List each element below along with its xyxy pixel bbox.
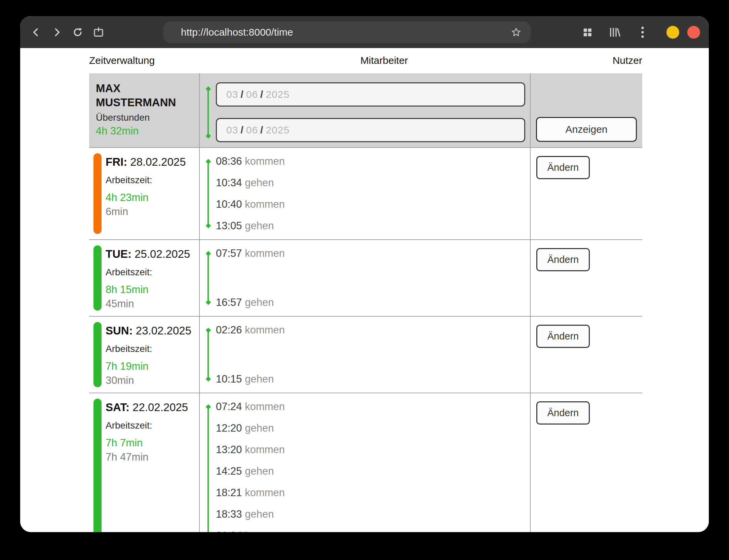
day-date: 23.02.2025 — [136, 324, 191, 337]
time-value: 16:57 — [216, 296, 242, 308]
aendern-button[interactable]: Ändern — [536, 248, 590, 271]
time-value: 21:34 — [216, 530, 242, 532]
aendern-button[interactable]: Ändern — [536, 401, 590, 425]
new-tab-icon[interactable] — [93, 27, 104, 38]
times-list: 02:26 kommen 10:15 gehen — [216, 323, 530, 386]
day-weekday: TUE: — [106, 248, 131, 260]
pause-time-value: 30min — [106, 374, 191, 387]
day-status-bar — [93, 322, 102, 387]
time-type: gehen — [245, 373, 274, 385]
times-cell: 08:36 kommen 10:34 gehen 10:40 kommen 13… — [199, 148, 530, 239]
time-entry: 13:05 gehen — [216, 219, 530, 233]
time-value: 18:21 — [216, 487, 242, 498]
date-separator: / — [240, 124, 243, 136]
time-value: 10:40 — [216, 198, 242, 210]
time-type: kommen — [245, 198, 285, 210]
nav-item-nutzer[interactable]: Nutzer — [458, 55, 642, 66]
browser-window: http://localhost:8000/time — [20, 16, 709, 532]
reload-icon[interactable] — [72, 27, 83, 38]
filter-band: MAX MUSTERMANN Überstunden 4h 32min 03/0… — [89, 73, 642, 147]
work-label: Arbeitszeit: — [106, 266, 190, 279]
employee-summary: MAX MUSTERMANN Überstunden 4h 32min — [89, 73, 199, 147]
date-from-day: 03 — [226, 89, 238, 100]
work-time-value: 7h 7min — [106, 436, 188, 450]
day-info: SUN: 23.02.2025 Arbeitszeit: 7h 19min 30… — [106, 322, 191, 387]
time-entry: 12:20 gehen — [216, 422, 530, 435]
aendern-button[interactable]: Ändern — [536, 325, 590, 348]
time-type: kommen — [245, 324, 285, 336]
work-time-value: 4h 23min — [106, 190, 186, 205]
time-entry: 07:57 kommen — [216, 247, 530, 260]
day-title: FRI: 28.02.2025 — [106, 155, 186, 169]
pause-time-value: 6min — [106, 205, 186, 218]
time-entry: 14:25 gehen — [216, 465, 530, 478]
day-weekday: SUN: — [106, 324, 133, 337]
page: Zeitverwaltung Mitarbeiter Nutzer MAX MU… — [20, 48, 709, 532]
forward-icon[interactable] — [51, 27, 63, 38]
day-status-bar — [93, 399, 102, 532]
times-timeline — [207, 407, 209, 532]
times-list: 08:36 kommen 10:34 gehen 10:40 kommen 13… — [216, 155, 530, 233]
overtime-value: 4h 32min — [96, 124, 194, 138]
day-info: SAT: 22.02.2025 Arbeitszeit: 7h 7min 7h … — [106, 399, 188, 532]
overtime-label: Überstunden — [96, 111, 194, 124]
date-to-day: 03 — [226, 124, 238, 136]
day-row: FRI: 28.02.2025 Arbeitszeit: 4h 23min 6m… — [89, 147, 642, 239]
back-icon[interactable] — [30, 27, 42, 38]
library-icon[interactable] — [609, 27, 621, 38]
url-text: http://localhost:8000/time — [181, 27, 510, 38]
time-entry: 07:24 kommen — [216, 400, 530, 413]
day-weekday: FRI: — [106, 156, 127, 168]
day-title: TUE: 25.02.2025 — [106, 247, 190, 261]
time-type: gehen — [245, 220, 274, 232]
date-from-year: 2025 — [266, 89, 290, 100]
day-row: SUN: 23.02.2025 Arbeitszeit: 7h 19min 30… — [89, 316, 642, 393]
day-date: 25.02.2025 — [135, 248, 190, 260]
time-type: gehen — [245, 177, 274, 189]
day-date: 22.02.2025 — [132, 401, 188, 413]
window-minimize-button[interactable] — [666, 26, 679, 39]
nav-item-mitarbeiter[interactable]: Mitarbeiter — [292, 55, 476, 66]
time-value: 07:57 — [216, 247, 242, 259]
time-entry: 16:57 gehen — [216, 296, 530, 309]
times-timeline — [207, 253, 209, 303]
times-cell: 02:26 kommen 10:15 gehen — [199, 317, 530, 393]
date-separator: / — [260, 89, 263, 100]
time-value: 08:36 — [216, 155, 242, 167]
action-cell: Ändern — [530, 148, 642, 239]
nav-item-zeitverwaltung[interactable]: Zeitverwaltung — [89, 55, 273, 66]
day-info: FRI: 28.02.2025 Arbeitszeit: 4h 23min 6m… — [106, 153, 186, 234]
date-range-timeline — [207, 89, 209, 136]
time-value: 18:33 — [216, 508, 242, 520]
date-range-cell: 03/06/2025 03/06/2025 — [199, 73, 530, 147]
time-value: 14:25 — [216, 465, 242, 477]
tab-grid-icon[interactable] — [582, 27, 593, 38]
action-cell: Ändern — [530, 317, 642, 393]
anzeigen-button[interactable]: Anzeigen — [536, 117, 637, 142]
times-timeline — [207, 161, 209, 226]
browser-toolbar: http://localhost:8000/time — [20, 16, 709, 48]
menu-kebab-icon[interactable] — [637, 27, 648, 38]
time-entry: 10:40 kommen — [216, 198, 530, 211]
time-type: kommen — [245, 444, 285, 455]
time-type: gehen — [245, 422, 274, 434]
date-from-input[interactable]: 03/06/2025 — [216, 82, 525, 107]
day-summary-cell: FRI: 28.02.2025 Arbeitszeit: 4h 23min 6m… — [89, 148, 199, 239]
aendern-button[interactable]: Ändern — [536, 156, 590, 179]
top-nav: Zeitverwaltung Mitarbeiter Nutzer — [20, 48, 709, 73]
time-type: kommen — [245, 530, 285, 532]
time-entry: 08:36 kommen — [216, 155, 530, 168]
time-value: 10:15 — [216, 373, 242, 385]
bookmark-star-icon[interactable] — [510, 27, 522, 38]
day-status-bar — [93, 245, 102, 311]
day-info: TUE: 25.02.2025 Arbeitszeit: 8h 15min 45… — [106, 245, 190, 311]
time-entry: 02:26 kommen — [216, 323, 530, 337]
day-summary-cell: TUE: 25.02.2025 Arbeitszeit: 8h 15min 45… — [89, 240, 199, 316]
window-close-button[interactable] — [687, 26, 700, 39]
day-title: SUN: 23.02.2025 — [106, 324, 191, 337]
pause-time-value: 7h 47min — [106, 450, 188, 464]
date-to-input[interactable]: 03/06/2025 — [216, 118, 525, 142]
url-bar[interactable]: http://localhost:8000/time — [163, 22, 531, 43]
time-value: 13:20 — [216, 444, 242, 455]
time-type: kommen — [245, 155, 285, 167]
